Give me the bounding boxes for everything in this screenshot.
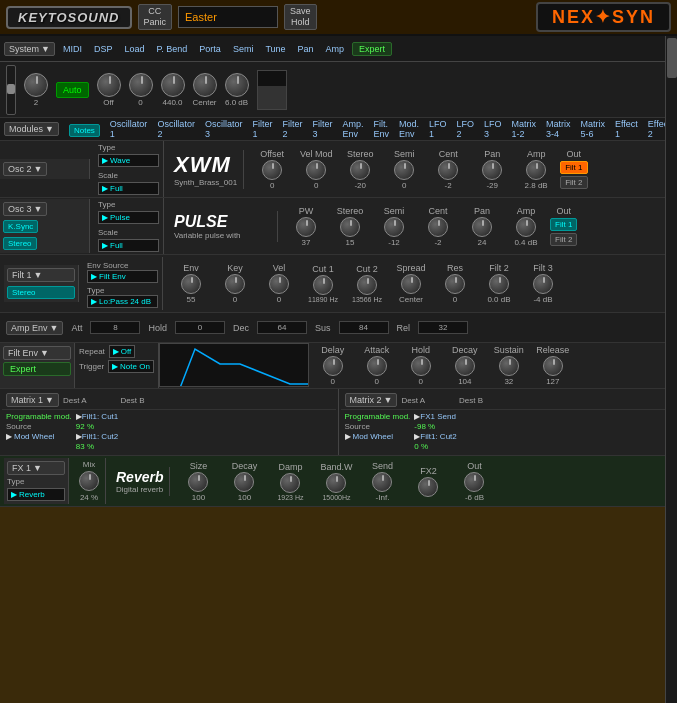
semi-knob[interactable] (129, 73, 153, 97)
filtenv-delay-group: Delay 0 (313, 345, 353, 386)
fx1-mix-knob[interactable] (79, 471, 99, 491)
pan-knob[interactable] (193, 73, 217, 97)
filtenv-release-knob[interactable] (543, 356, 563, 376)
osc3-cent-knob[interactable] (428, 217, 448, 237)
osc3-pan-knob[interactable] (472, 217, 492, 237)
lfo3-nav[interactable]: LFO 3 (484, 119, 502, 139)
osc2-type-selector[interactable]: ▶Wave (98, 154, 159, 167)
osc2-stereo-knob[interactable] (350, 160, 370, 180)
osc3-nav[interactable]: Oscillator 3 (205, 119, 243, 139)
cc-panic-button[interactable]: CC Panic (138, 4, 173, 30)
osc3-filt2-btn[interactable]: Filt 2 (550, 233, 577, 246)
filt1-env-knob[interactable] (181, 274, 201, 294)
tune-nav: Tune (261, 43, 289, 55)
osc3-amp-knob[interactable] (516, 217, 536, 237)
porta-knob[interactable] (97, 73, 121, 97)
osc2-amp-knob[interactable] (526, 160, 546, 180)
osc1-nav[interactable]: Oscillator 1 (110, 119, 148, 139)
filtenv-nav[interactable]: Filt. Env (373, 119, 389, 139)
osc3-ksync-btn[interactable]: K.Sync (3, 220, 38, 233)
notes-button[interactable]: Notes (69, 124, 100, 137)
filtenv-sustain-knob[interactable] (499, 356, 519, 376)
fx1-dropdown[interactable]: FX 1▼ (7, 461, 65, 475)
ampenv-dropdown[interactable]: Amp Env▼ (6, 321, 63, 335)
midi-nav[interactable]: MIDI (59, 43, 86, 55)
osc3-semi-knob[interactable] (384, 217, 404, 237)
osc2-velmod-knob[interactable] (306, 160, 326, 180)
osc2-filt1-btn[interactable]: Filt 1 (560, 161, 587, 174)
filt2-nav[interactable]: Filter 2 (282, 119, 302, 139)
filt1-filt3-knob[interactable] (533, 274, 553, 294)
tune-knob[interactable] (161, 73, 185, 97)
filtenv-repeat[interactable]: ▶Off (109, 345, 136, 358)
filt1-filt2-knob[interactable] (489, 274, 509, 294)
filt1-vel-knob[interactable] (269, 274, 289, 294)
fx1-bandw-knob[interactable] (326, 473, 346, 493)
filtenv-expert-btn[interactable]: Expert (3, 362, 71, 376)
osc2-scale-selector[interactable]: ▶Full (98, 182, 159, 195)
system-fader[interactable] (6, 65, 16, 115)
osc2-semi-knob[interactable] (394, 160, 414, 180)
osc2-cent-knob[interactable] (438, 160, 458, 180)
filt1-stereo-btn[interactable]: Stereo (7, 286, 75, 299)
filtenv-dropdown[interactable]: Filt Env▼ (3, 346, 71, 360)
modules-dropdown[interactable]: Modules▼ (4, 122, 59, 136)
pbend-knob[interactable] (24, 73, 48, 97)
osc2-filt2-btn[interactable]: Filt 2 (560, 176, 587, 189)
expert-button[interactable]: Expert (352, 42, 392, 56)
fx1-size-knob[interactable] (188, 472, 208, 492)
lfo2-nav[interactable]: LFO 2 (456, 119, 474, 139)
mat34-nav[interactable]: Matrix 3-4 (546, 119, 571, 139)
fx1-send-knob[interactable] (372, 472, 392, 492)
matrix2-dropdown[interactable]: Matrix 2▼ (345, 393, 398, 407)
osc2-offset-knob[interactable] (262, 160, 282, 180)
filt1-nav[interactable]: Filter 1 (252, 119, 272, 139)
osc3-stereo-knob[interactable] (340, 217, 360, 237)
porta-auto-btn[interactable]: Auto (56, 82, 89, 98)
save-hold-button[interactable]: Save Hold (284, 4, 317, 30)
filtenv-trigger[interactable]: ▶Note On (108, 360, 154, 373)
osc3-dropdown[interactable]: Osc 3▼ (3, 202, 47, 216)
filtenv-decay-knob[interactable] (455, 356, 475, 376)
filt1-key-knob[interactable] (225, 274, 245, 294)
ampenv-nav[interactable]: Amp. Env (342, 119, 363, 139)
fx1-out-knob[interactable] (464, 472, 484, 492)
filt3-nav[interactable]: Filter 3 (312, 119, 332, 139)
osc2-dropdown[interactable]: Osc 2▼ (3, 162, 47, 176)
filt1-filt3-group: Filt 3 -4 dB (523, 263, 563, 304)
load-nav[interactable]: Load (120, 43, 148, 55)
fx1-damp-knob[interactable] (280, 473, 300, 493)
filt1-env-source[interactable]: ▶Filt Env (87, 270, 158, 283)
matrix1-dropdown[interactable]: Matrix 1▼ (6, 393, 59, 407)
system-dropdown[interactable]: System ▼ (4, 42, 55, 56)
eff1-nav[interactable]: Effect 1 (615, 119, 638, 139)
filtenv-delay-knob[interactable] (323, 356, 343, 376)
osc3-scale-selector[interactable]: ▶Full (98, 239, 159, 252)
filt1-cut2-knob[interactable] (357, 275, 377, 295)
scrollbar-thumb[interactable] (667, 38, 677, 78)
fx1-type-selector[interactable]: ▶Reverb (7, 488, 65, 501)
filt1-type[interactable]: ▶Lo:Pass 24 dB (87, 295, 158, 308)
mat12-nav[interactable]: Matrix 1-2 (512, 119, 537, 139)
fx1-decay-knob[interactable] (234, 472, 254, 492)
amp-knob[interactable] (225, 73, 249, 97)
filt1-spread-knob[interactable] (401, 274, 421, 294)
fx1-fx2-knob[interactable] (418, 477, 438, 497)
osc2-pan-knob[interactable] (482, 160, 502, 180)
lfo1-nav[interactable]: LFO 1 (429, 119, 447, 139)
filt1-res-knob[interactable] (445, 274, 465, 294)
osc3-pw-knob[interactable] (296, 217, 316, 237)
osc3-filt1-btn[interactable]: Filt 1 (550, 218, 577, 231)
osc3-stereo-btn[interactable]: Stereo (3, 237, 37, 250)
filtenv-hold-knob[interactable] (411, 356, 431, 376)
osc3-type-selector[interactable]: ▶Pulse (98, 211, 159, 224)
osc2-nav[interactable]: Oscillator 2 (157, 119, 195, 139)
mat56-nav[interactable]: Matrix 5-6 (581, 119, 606, 139)
dsp-nav[interactable]: DSP (90, 43, 117, 55)
vertical-scrollbar[interactable] (665, 36, 677, 703)
preset-input[interactable] (178, 6, 278, 28)
filt1-dropdown[interactable]: Filt 1▼ (7, 268, 75, 282)
modenv-nav[interactable]: Mod. Env (399, 119, 419, 139)
filtenv-attack-knob[interactable] (367, 356, 387, 376)
filt1-cut1-knob[interactable] (313, 275, 333, 295)
